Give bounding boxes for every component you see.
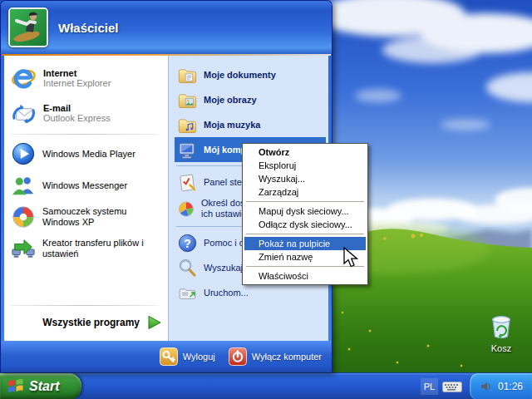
menu-item-rename[interactable]: Zmień nazwę bbox=[244, 250, 366, 264]
user-name: Właściciel bbox=[58, 21, 119, 35]
keyboard-icon[interactable] bbox=[442, 380, 462, 393]
menu-item-disconnect-network-drive[interactable]: Odłącz dysk sieciowy... bbox=[244, 218, 366, 231]
pinned-item-sublabel: Internet Explorer bbox=[43, 78, 111, 88]
pinned-item-label: E-mail bbox=[43, 103, 111, 113]
right-item-my-documents[interactable]: Moje dokumenty bbox=[175, 62, 326, 87]
logout-key-icon bbox=[160, 347, 178, 366]
menu-item-properties[interactable]: Właściwości bbox=[244, 269, 366, 283]
right-item-label: Uruchom... bbox=[204, 288, 249, 298]
documents-folder-icon bbox=[177, 65, 198, 86]
app-item-label: Samouczek systemu Windows XP bbox=[42, 206, 165, 228]
taskbar[interactable]: Start PL 01:26 bbox=[0, 372, 532, 399]
control-panel-icon bbox=[177, 172, 198, 193]
pinned-item-sublabel: Outlook Express bbox=[43, 113, 111, 123]
pinned-item-label: Internet bbox=[43, 68, 111, 78]
context-menu: Otwórz Eksploruj Wyszukaj... Zarządzaj M… bbox=[242, 143, 368, 285]
run-icon bbox=[177, 283, 198, 303]
internet-explorer-icon bbox=[11, 66, 37, 91]
app-item-label: Windows Messenger bbox=[42, 180, 127, 191]
user-avatar bbox=[8, 7, 48, 47]
menu-item-map-network-drive[interactable]: Mapuj dysk sieciowy... bbox=[244, 204, 366, 218]
start-menu-header: Właściciel bbox=[1, 1, 332, 54]
language-indicator[interactable]: PL bbox=[421, 378, 438, 395]
recycle-bin-icon bbox=[485, 309, 518, 342]
my-computer-icon bbox=[177, 140, 198, 160]
menu-item-manage[interactable]: Zarządzaj bbox=[244, 185, 366, 199]
recycle-bin[interactable]: Kosz bbox=[478, 309, 525, 353]
program-access-icon bbox=[177, 199, 195, 219]
all-programs-button[interactable]: Wszystkie programy bbox=[4, 310, 163, 335]
outlook-express-icon bbox=[11, 101, 37, 126]
menu-item-search[interactable]: Wyszukaj... bbox=[244, 172, 366, 185]
app-item-messenger[interactable]: Windows Messenger bbox=[11, 170, 166, 200]
logout-button[interactable]: Wyloguj bbox=[160, 347, 215, 366]
clock: 01:26 bbox=[498, 381, 523, 392]
music-folder-icon bbox=[177, 115, 198, 135]
app-item-label: Windows Media Player bbox=[42, 149, 135, 160]
recycle-bin-label: Kosz bbox=[478, 343, 525, 353]
all-programs-arrow-icon bbox=[146, 314, 163, 331]
volume-icon[interactable] bbox=[480, 380, 493, 393]
app-item-windows-tour[interactable]: Samouczek systemu Windows XP bbox=[11, 202, 166, 232]
system-tray: PL 01:26 bbox=[421, 373, 532, 399]
left-column-separator bbox=[11, 305, 158, 306]
shutdown-label: Wyłącz komputer bbox=[252, 352, 322, 362]
right-item-my-music[interactable]: Moja muzyka bbox=[175, 112, 326, 137]
messenger-icon bbox=[11, 173, 36, 198]
app-item-media-player[interactable]: Windows Media Player bbox=[11, 139, 166, 169]
right-item-label: Moje dokumenty bbox=[204, 70, 276, 80]
right-item-label: Moja muzyka bbox=[204, 120, 260, 130]
search-icon bbox=[177, 258, 198, 278]
svg-text:?: ? bbox=[184, 236, 191, 249]
start-menu-footer: Wyloguj Wyłącz komputer bbox=[1, 341, 332, 372]
menu-item-open[interactable]: Otwórz bbox=[244, 145, 366, 159]
start-button-label: Start bbox=[29, 379, 59, 394]
shutdown-button[interactable]: Wyłącz komputer bbox=[229, 347, 322, 366]
transfer-wizard-icon bbox=[11, 236, 36, 261]
menu-separator bbox=[246, 201, 364, 202]
start-button[interactable]: Start bbox=[0, 373, 81, 399]
app-item-transfer-wizard[interactable]: Kreator transferu plików i ustawień bbox=[11, 234, 166, 264]
right-item-label: Moje obrazy bbox=[204, 95, 257, 105]
menu-item-show-on-desktop[interactable]: Pokaż na pulpicie bbox=[244, 237, 366, 250]
menu-separator bbox=[246, 234, 364, 234]
right-item-my-pictures[interactable]: Moje obrazy bbox=[175, 87, 326, 112]
right-item-label: Wyszukaj bbox=[204, 263, 243, 273]
screen: Kosz Start PL bbox=[0, 0, 532, 399]
media-player-icon bbox=[11, 141, 36, 166]
tray-clock-area[interactable]: 01:26 bbox=[469, 373, 532, 399]
menu-separator bbox=[246, 266, 364, 267]
windows-flag-icon bbox=[7, 378, 24, 395]
start-menu-left-column: Internet Internet Explorer E-mail bbox=[4, 56, 168, 341]
pinned-item-internet[interactable]: Internet Internet Explorer bbox=[11, 62, 166, 95]
app-item-label: Kreator transferu plików i ustawień bbox=[42, 238, 165, 259]
pinned-item-email[interactable]: E-mail Outlook Express bbox=[11, 96, 166, 130]
left-column-separator bbox=[11, 134, 158, 135]
pictures-folder-icon bbox=[177, 90, 198, 111]
windows-tour-icon bbox=[11, 204, 36, 229]
power-icon bbox=[229, 347, 247, 366]
all-programs-label: Wszystkie programy bbox=[42, 317, 140, 328]
logout-label: Wyloguj bbox=[183, 352, 215, 362]
help-icon: ? bbox=[177, 233, 198, 254]
menu-item-explore[interactable]: Eksploruj bbox=[244, 159, 366, 172]
